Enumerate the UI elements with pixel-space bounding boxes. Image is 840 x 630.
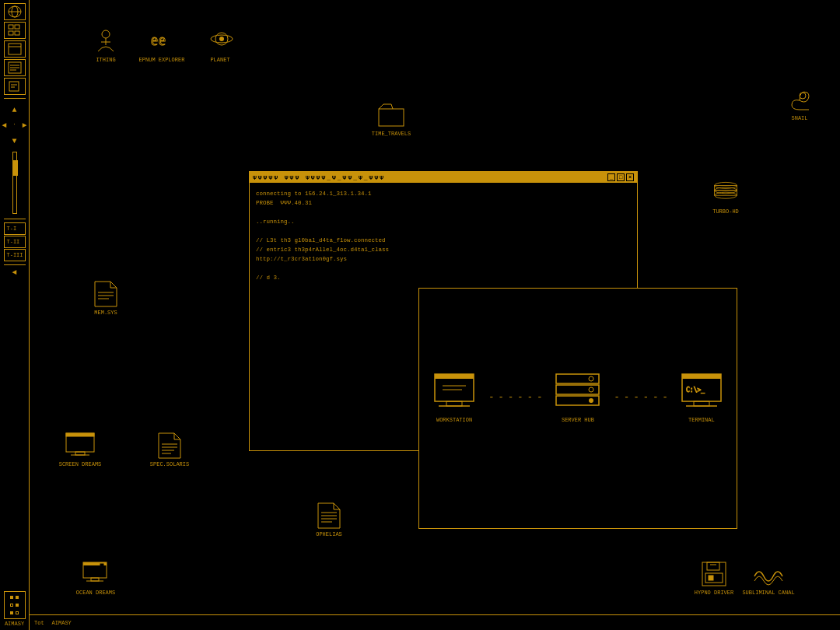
window-taskbar-icon[interactable] [4, 40, 26, 58]
svg-text:e: e [151, 31, 158, 48]
epnum-explorer-label: EPNUM EXPLORER [139, 57, 185, 63]
svg-rect-69 [682, 374, 721, 379]
workstation-node: WORKSTATION [431, 370, 478, 425]
svg-point-25 [800, 93, 806, 99]
spec-solaris-icon[interactable]: SPEC.SOLARIS [142, 432, 197, 467]
workstation-label: WORKSTATION [436, 416, 472, 425]
svg-point-67 [589, 398, 593, 403]
code-line-4: // L3t th3 gl0bal_d4ta_f1ow.connected [256, 236, 631, 245]
svg-rect-35 [66, 433, 94, 436]
nav-center: · [12, 121, 16, 130]
minimize-btn[interactable]: _ [607, 173, 615, 181]
snail-icon[interactable]: SNAIL [772, 86, 827, 121]
svg-rect-24 [379, 109, 404, 126]
svg-rect-70 [694, 401, 709, 406]
text-size-2[interactable]: T-II [4, 236, 26, 248]
multi-dot-icon[interactable] [4, 591, 26, 619]
time-travels-icon[interactable]: TIME_TRAVELS [364, 101, 418, 137]
mem-sys-label: MEM.SYS [94, 310, 117, 316]
network-window: WORKSTATION - - - - - - SERVER HUB [418, 288, 737, 529]
svg-rect-13 [9, 82, 19, 91]
network-window-content: WORKSTATION - - - - - - SERVER HUB [419, 289, 737, 506]
dot [16, 596, 19, 599]
turbo-hd-label: TURBO-HD [712, 208, 739, 215]
maximize-btn[interactable]: □ [617, 173, 625, 181]
svg-rect-6 [15, 31, 19, 35]
taskbar-divider3 [4, 264, 26, 265]
text-size-1[interactable]: T-I [4, 222, 26, 235]
nav-down[interactable]: ▼ [12, 137, 16, 145]
svg-text:e: e [159, 31, 166, 48]
text-window-titlebar[interactable]: ΨΨΨΨΨ ΨΨΨ ΨΨΨΨ_Ψ_ΨΨ_Ψ_ΨΨΨ _ □ × [250, 172, 637, 183]
taskbar-divider [4, 98, 26, 99]
nav-right[interactable]: ► [23, 121, 27, 130]
text-window-content: connecting to 156.24.1_313.1.34.1 PROBE … [250, 183, 637, 289]
svg-point-65 [589, 376, 593, 381]
text-size-3[interactable]: T-III [4, 249, 26, 261]
taskbar-bottom: AIMASY [4, 591, 26, 627]
svg-rect-63 [556, 385, 599, 394]
globe-taskbar-icon[interactable] [4, 3, 26, 20]
tag-taskbar-icon[interactable] [4, 78, 26, 95]
screen-dreams-icon[interactable]: SCREEN DREAMS [53, 432, 107, 467]
svg-rect-5 [9, 31, 13, 35]
grid-taskbar-icon[interactable] [4, 22, 26, 39]
turbo-hd-icon[interactable]: TURBO-HD [698, 179, 753, 215]
ocean-dreams-label: OCEAN DREAMS [76, 590, 115, 596]
svg-point-66 [589, 387, 593, 392]
time-travels-label: TIME_TRAVELS [372, 131, 411, 137]
svg-point-16 [102, 30, 110, 38]
terminal-node: C:\>_ TERMINAL [678, 370, 725, 425]
snail-label: SNAIL [791, 115, 807, 121]
subliminal-canal-icon[interactable]: SUBLIMINAL CANAL [741, 560, 796, 596]
terminal-label: TERMINAL [688, 416, 715, 425]
nav-controls: ▲ ◄ · ► ▼ [4, 102, 26, 149]
ocean-dreams-icon[interactable]: OCEAN DREAMS [68, 560, 123, 596]
planet-label: PLANET [210, 57, 229, 63]
code-line-5: // entr1c3 th3p4rAllel_4oc.d4ta1_class [256, 245, 631, 254]
taskbar-divider2 [4, 219, 26, 219]
server-node: SERVER HUB [552, 370, 603, 425]
ophelias-icon[interactable]: OPHELIAS [302, 502, 356, 537]
slider-thumb [13, 160, 18, 176]
server-label: SERVER HUB [562, 416, 594, 425]
svg-rect-36 [75, 452, 85, 455]
svg-point-22 [219, 37, 224, 41]
dot [10, 611, 13, 614]
code-line-3: ..running.. [256, 217, 631, 226]
hypno-driver-label: HYPNO DRIVER [695, 590, 733, 596]
dot [16, 604, 19, 607]
text-size-icons: T-I T-II T-III [4, 222, 26, 261]
code-line-1: connecting to 156.24.1_313.1.34.1 [256, 189, 631, 198]
epnum-explorer-icon[interactable]: e e EPNUM EXPLORER [135, 27, 189, 63]
svg-rect-7 [9, 44, 21, 54]
code-line-7: // d 3. [256, 273, 631, 282]
ithing-label: ITHING [96, 57, 115, 63]
dot [10, 604, 13, 607]
taskbar-slider[interactable] [12, 152, 17, 214]
svg-rect-58 [446, 401, 462, 406]
hypno-driver-icon[interactable]: HYPNO DRIVER [687, 560, 741, 596]
status-sublabel: AIMASY [52, 620, 72, 626]
nav-left[interactable]: ◄ [2, 121, 6, 130]
dot [10, 596, 13, 599]
mem-sys-icon[interactable]: MEM.SYS [79, 280, 133, 316]
svg-rect-3 [9, 25, 13, 29]
nav-up[interactable]: ▲ [12, 106, 16, 114]
bottom-bar: Tot AIMASY [30, 614, 840, 630]
net-line-1: - - - - - - [488, 390, 541, 404]
ithing-icon[interactable]: ITHING [79, 27, 133, 63]
planet-icon[interactable]: PLANET [193, 27, 247, 63]
close-btn[interactable]: × [626, 173, 634, 181]
net-line-2: - - - - - - [614, 390, 667, 404]
svg-rect-57 [435, 374, 474, 379]
status-label: Tot [34, 620, 44, 626]
svg-rect-54 [709, 576, 713, 580]
code-line-6: http://t_r3cr3at1on0gf.sys [256, 254, 631, 264]
ophelias-label: OPHELIAS [316, 531, 342, 537]
spec-solaris-label: SPEC.SOLARIS [150, 461, 189, 467]
desktop: ITHING e e EPNUM EXPLORER PLANET [30, 0, 840, 630]
screen-dreams-label: SCREEN DREAMS [59, 461, 102, 467]
svg-rect-53 [705, 573, 723, 583]
list-taskbar-icon[interactable] [4, 59, 26, 76]
